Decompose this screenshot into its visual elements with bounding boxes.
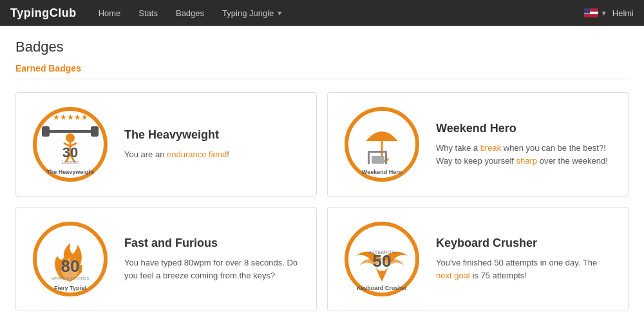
- svg-text:WPM IN 8 SECONDS: WPM IN 8 SECONDS: [52, 276, 90, 280]
- badge-card-heavyweight: ★★★★★ 30 Lessons The Heavyw: [15, 92, 317, 197]
- badge-card-keyboard-crusher: ATTEMPTS 50 Keyboard Crusher Keyboard Cr…: [327, 207, 629, 311]
- svg-rect-16: [368, 151, 387, 153]
- svg-text:The Heavyweight: The Heavyweight: [46, 169, 94, 175]
- svg-text:Lessons: Lessons: [62, 160, 79, 164]
- highlight-break: break: [480, 143, 502, 153]
- svg-rect-3: [42, 126, 50, 137]
- badge-card-weekend-hero: Weekend Hero Weekend Hero Why take a bre…: [327, 92, 629, 197]
- flag-icon: [584, 8, 598, 17]
- svg-text:Fiery Typist: Fiery Typist: [54, 285, 86, 291]
- badge-desc-keyboard-crusher: You've finished 50 attempts in one day. …: [436, 256, 612, 282]
- page-content: Badges Earned Badges ★★★★★: [0, 26, 644, 328]
- badge-info-fast-furious: Fast and Furious You have typed 80wpm fo…: [124, 236, 301, 282]
- badge-info-heavyweight: The Heavyweight You are an endurance fie…: [124, 128, 301, 161]
- svg-point-5: [66, 133, 75, 142]
- language-selector[interactable]: ▼: [584, 8, 607, 17]
- highlight-next-goal: next goal: [436, 271, 470, 280]
- svg-rect-17: [368, 153, 370, 164]
- dropdown-arrow-icon: ▼: [276, 10, 283, 17]
- svg-text:30: 30: [62, 144, 78, 160]
- badge-image-keyboard-crusher: ATTEMPTS 50 Keyboard Crusher: [343, 220, 421, 298]
- user-menu[interactable]: Helmi: [612, 8, 634, 18]
- svg-text:Weekend Hero: Weekend Hero: [362, 169, 402, 175]
- badge-image-weekend-hero: Weekend Hero: [343, 106, 421, 183]
- highlight-sharp: sharp: [516, 156, 538, 166]
- svg-rect-19: [372, 156, 384, 164]
- earned-badges-label: Earned Badges: [15, 63, 629, 73]
- badge-name-weekend-hero: Weekend Hero: [436, 122, 612, 135]
- navbar: TypingClub Home Stats Badges Typing Jung…: [0, 0, 644, 26]
- nav-typing-jungle[interactable]: Typing Jungle ▼: [213, 0, 292, 26]
- page-title: Badges: [15, 39, 629, 55]
- nav-badges[interactable]: Badges: [167, 0, 213, 26]
- badge-image-heavyweight: ★★★★★ 30 Lessons The Heavyw: [32, 106, 109, 183]
- highlight-text: endurance fiend: [167, 150, 227, 159]
- svg-text:80: 80: [61, 256, 80, 276]
- section-divider: [15, 79, 629, 79]
- svg-text:50: 50: [373, 251, 392, 271]
- badge-info-keyboard-crusher: Keyboard Crusher You've finished 50 atte…: [436, 236, 612, 282]
- badge-desc-heavyweight: You are an endurance fiend!: [124, 148, 301, 161]
- brand-logo[interactable]: TypingClub: [10, 6, 77, 20]
- nav-links: Home Stats Badges Typing Jungle ▼: [90, 0, 292, 26]
- badge-name-keyboard-crusher: Keyboard Crusher: [436, 236, 612, 250]
- svg-rect-2: [44, 130, 96, 133]
- svg-rect-18: [385, 153, 387, 164]
- svg-text:★★★★★: ★★★★★: [53, 113, 88, 122]
- nav-home[interactable]: Home: [90, 0, 130, 26]
- badge-info-weekend-hero: Weekend Hero Why take a break when you c…: [436, 122, 612, 167]
- nav-stats[interactable]: Stats: [129, 0, 167, 26]
- badge-desc-weekend-hero: Why take a break when you can be the bes…: [436, 142, 612, 167]
- badge-name-fast-furious: Fast and Furious: [124, 236, 301, 250]
- badge-card-fast-furious: 80 WPM IN 8 SECONDS Fiery Typist Fast an…: [15, 207, 317, 311]
- flag-dropdown-arrow: ▼: [601, 10, 607, 17]
- svg-text:Keyboard Crusher: Keyboard Crusher: [357, 285, 408, 291]
- badges-grid: ★★★★★ 30 Lessons The Heavyw: [15, 92, 629, 311]
- badge-desc-fast-furious: You have typed 80wpm for over 8 seconds.…: [124, 256, 301, 282]
- badge-image-fast-furious: 80 WPM IN 8 SECONDS Fiery Typist: [32, 220, 109, 298]
- svg-rect-4: [91, 126, 99, 137]
- nav-right: ▼ Helmi: [584, 8, 634, 18]
- badge-name-heavyweight: The Heavyweight: [124, 128, 301, 142]
